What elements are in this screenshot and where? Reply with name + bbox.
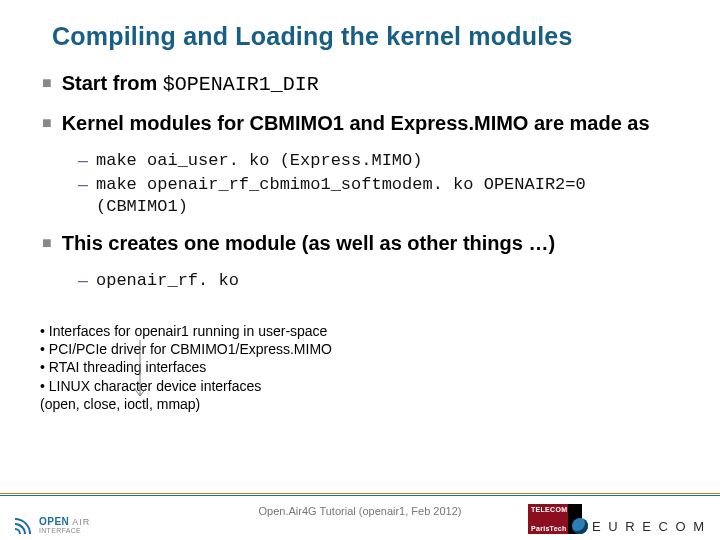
- slide: Compiling and Loading the kernel modules…: [0, 0, 720, 540]
- note-line: • PCI/PCIe driver for CBMIMO1/Express.MI…: [40, 340, 686, 358]
- note-line: • RTAI threading interfaces: [40, 358, 686, 376]
- bullet-creates-module: ■ This creates one module (as well as ot…: [42, 231, 686, 256]
- interfaces-notes: • Interfaces for openair1 running in use…: [40, 322, 686, 413]
- logo-text: OPEN: [39, 516, 69, 527]
- logo-text: TELECOM: [531, 506, 565, 513]
- bullet-start-from: ■ Start from $OPENAIR1_DIR: [42, 71, 686, 97]
- openair-logo: OPEN AIR INTERFACE: [14, 516, 90, 534]
- footer-caption: Open.Air4G Tutorial (openair1, Feb 2012): [0, 505, 720, 517]
- text-fragment: Start from: [62, 72, 163, 94]
- code-line: make oai_user. ko (Express.MIMO): [96, 150, 686, 172]
- eurecom-globe-icon: [572, 518, 588, 534]
- code-fragment: $OPENAIR1_DIR: [163, 73, 319, 96]
- square-bullet-icon: ■: [42, 114, 52, 132]
- sub-bullet-make-oai: – make oai_user. ko (Express.MIMO): [78, 150, 686, 172]
- dash-bullet-icon: –: [78, 174, 88, 196]
- dash-bullet-icon: –: [78, 150, 88, 172]
- note-line: • LINUX character device interfaces: [40, 377, 686, 395]
- logo-text: AIR: [72, 517, 90, 527]
- dash-bullet-icon: –: [78, 270, 88, 292]
- sub-bullet-group: – openair_rf. ko: [34, 270, 686, 292]
- bullet-text: This creates one module (as well as othe…: [62, 231, 686, 256]
- code-line: make openair_rf_cbmimo1_softmodem. ko OP…: [96, 174, 686, 218]
- eurecom-logo: E U R E C O M: [572, 518, 706, 534]
- square-bullet-icon: ■: [42, 234, 52, 252]
- square-bullet-icon: ■: [42, 74, 52, 92]
- note-line: • Interfaces for openair1 running in use…: [40, 322, 686, 340]
- bullet-text: Kernel modules for CBMIMO1 and Express.M…: [62, 111, 686, 136]
- sub-bullet-group: – make oai_user. ko (Express.MIMO) – mak…: [34, 150, 686, 217]
- openair-logo-text: OPEN AIR INTERFACE: [39, 517, 90, 534]
- sub-bullet-make-openair-rf: – make openair_rf_cbmimo1_softmodem. ko …: [78, 174, 686, 218]
- slide-title: Compiling and Loading the kernel modules: [52, 22, 686, 51]
- bullet-kernel-modules: ■ Kernel modules for CBMIMO1 and Express…: [42, 111, 686, 136]
- logo-text: ParisTech: [531, 525, 565, 532]
- bullet-text: Start from $OPENAIR1_DIR: [62, 71, 686, 97]
- logo-subtext: INTERFACE: [39, 527, 90, 534]
- note-line: (open, close, ioctl, mmap): [40, 395, 686, 413]
- sub-bullet-openair-rf-ko: – openair_rf. ko: [78, 270, 686, 292]
- code-line: openair_rf. ko: [96, 270, 686, 292]
- openair-waves-icon: [14, 516, 36, 534]
- footer-rule-bottom: [0, 495, 720, 496]
- logo-text: E U R E C O M: [592, 519, 706, 534]
- footer-rule-top: [0, 493, 720, 494]
